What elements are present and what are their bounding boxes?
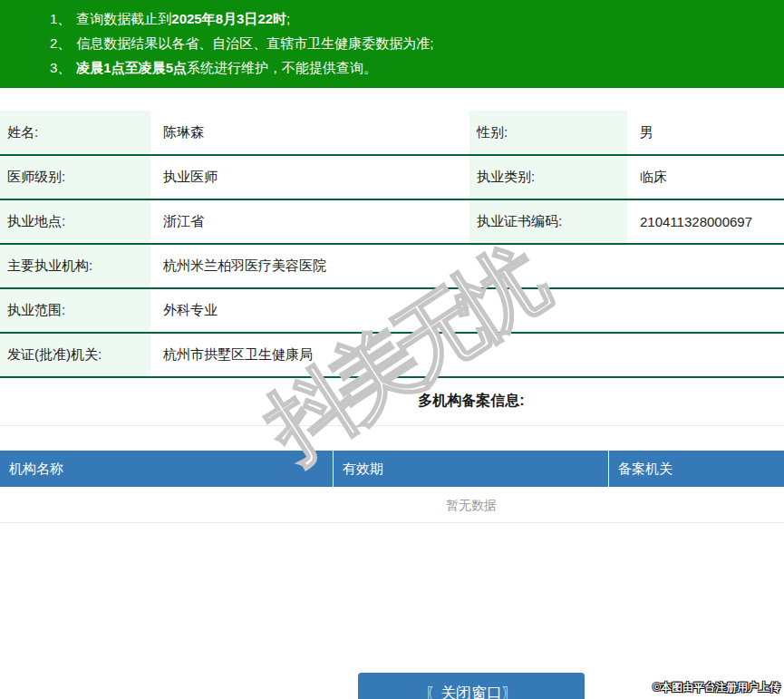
field-value-practice-location: 浙江省 (150, 199, 469, 244)
close-window-button[interactable]: 〖关闭窗口〗 (358, 673, 585, 699)
field-label-practice-location: 执业地点: (0, 199, 150, 244)
field-value-issuing-authority: 杭州市拱墅区卫生健康局 (150, 333, 784, 377)
notice-line-2: 2、信息数据结果以各省、自治区、直辖市卫生健康委数据为准; (50, 31, 784, 55)
notice-bold-text: 2025年8月3日22时 (171, 11, 286, 26)
notice-line-3: 3、凌晨1点至凌晨5点系统进行维护，不能提供查询。 (50, 55, 784, 80)
notice-number: 3、 (50, 60, 71, 75)
notice-text: 系统进行维护，不能提供查询。 (187, 60, 377, 75)
notice-bold-text: 凌晨1点至凌晨5点 (76, 60, 187, 75)
org-column-validity-period: 有效期 (334, 451, 609, 487)
notice-text: ; (286, 11, 290, 26)
org-table-header: 机构名称 有效期 备案机关 (0, 451, 784, 487)
notice-text: 信息数据结果以各省、自治区、直辖市卫生健康委数据为准; (76, 35, 433, 51)
field-value-doctor-level: 执业医师 (150, 155, 469, 199)
button-row: 〖关闭窗口〗 (0, 673, 784, 699)
table-row: 医师级别: 执业医师 执业类别: 临床 (0, 155, 784, 199)
notice-line-1: 1、查询数据截止到2025年8月3日22时; (50, 6, 784, 31)
empty-data-placeholder: 暂无数据 (0, 487, 784, 523)
notice-number: 2、 (50, 35, 71, 51)
field-value-practice-category: 临床 (627, 155, 784, 199)
field-label-certificate-number: 执业证书编码: (469, 199, 627, 244)
table-row: 执业地点: 浙江省 执业证书编码: 210411328000697 (0, 199, 784, 244)
field-label-gender: 性别: (469, 111, 627, 155)
notice-number: 1、 (50, 11, 71, 26)
field-value-main-institution: 杭州米兰柏羽医疗美容医院 (150, 244, 784, 288)
page-viewport: 1、查询数据截止到2025年8月3日22时; 2、信息数据结果以各省、自治区、直… (0, 0, 784, 699)
table-row: 姓名: 陈琳森 性别: 男 (0, 111, 784, 155)
query-result-page: 1、查询数据截止到2025年8月3日22时; 2、信息数据结果以各省、自治区、直… (0, 0, 784, 699)
field-label-name: 姓名: (0, 111, 150, 155)
doctor-info-table: 姓名: 陈琳森 性别: 男 医师级别: 执业医师 执业类别: 临床 执业地点: … (0, 111, 784, 378)
field-value-practice-scope: 外科专业 (150, 288, 784, 333)
multi-org-section-title: 多机构备案信息: (0, 378, 784, 426)
org-column-institution-name: 机构名称 (0, 451, 334, 487)
field-label-practice-category: 执业类别: (469, 155, 627, 199)
field-label-doctor-level: 医师级别: (0, 155, 150, 199)
field-value-certificate-number: 210411328000697 (627, 199, 784, 244)
notice-text: 查询数据截止到 (76, 11, 171, 26)
org-column-filing-authority: 备案机关 (609, 451, 784, 487)
field-label-practice-scope: 执业范围: (0, 288, 150, 333)
field-value-name: 陈琳森 (150, 111, 469, 155)
field-label-main-institution: 主要执业机构: (0, 244, 150, 288)
notice-bar: 1、查询数据截止到2025年8月3日22时; 2、信息数据结果以各省、自治区、直… (0, 0, 784, 88)
field-label-issuing-authority: 发证(批准)机关: (0, 333, 150, 377)
table-row: 执业范围: 外科专业 (0, 288, 784, 333)
table-row: 主要执业机构: 杭州米兰柏羽医疗美容医院 (0, 244, 784, 288)
field-value-gender: 男 (627, 111, 784, 155)
table-row: 发证(批准)机关: 杭州市拱墅区卫生健康局 (0, 333, 784, 377)
